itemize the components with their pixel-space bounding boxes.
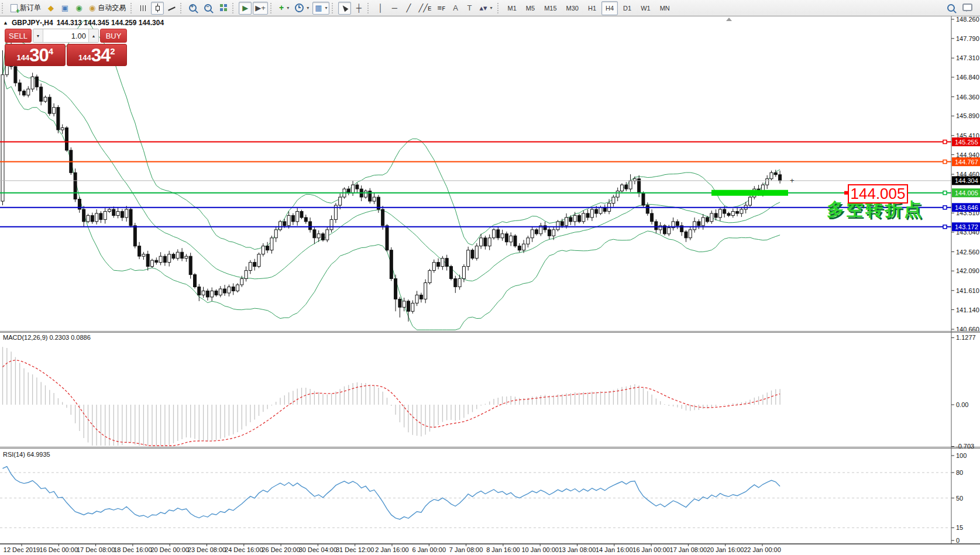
- level-lines[interactable]: +多空转折点多空转折点144.005: [0, 140, 951, 229]
- tile-windows-button[interactable]: [217, 2, 230, 15]
- trendline-button[interactable]: ╱: [402, 2, 415, 15]
- price-tick-label: 141.610: [956, 287, 979, 294]
- hline-endpoint[interactable]: [943, 140, 947, 144]
- highlight-bar[interactable]: [711, 190, 788, 196]
- volume-input[interactable]: [43, 29, 88, 42]
- zoom-out-button[interactable]: [202, 2, 216, 15]
- toolbar-drag-handle[interactable]: [2, 3, 5, 13]
- candlestick-icon: [155, 4, 160, 12]
- chevron-down-icon[interactable]: ▾: [490, 5, 493, 11]
- candlestick-type-button[interactable]: [151, 2, 164, 15]
- chevron-down-icon[interactable]: ▾: [307, 5, 309, 11]
- bar-chart-type-button[interactable]: [137, 2, 150, 15]
- auto-trading-button-label: 自动交易: [98, 3, 126, 13]
- fibonacci-icon: ≡ꜰ: [438, 4, 446, 12]
- timeframe-m1-button[interactable]: M1: [504, 1, 521, 15]
- new-order-button[interactable]: 新订单: [8, 2, 43, 15]
- price-badge-label: 143.646: [955, 204, 978, 211]
- chart-window: +多空转折点多空转折点144.005148.260147.790147.3101…: [0, 16, 980, 555]
- toolbar-drag-handle[interactable]: [180, 3, 184, 13]
- new-order-button-label: 新订单: [20, 3, 41, 13]
- timeframe-d1-button[interactable]: D1: [619, 1, 635, 15]
- horizontal-line-button[interactable]: ─: [388, 2, 401, 15]
- timeframe-m30-button[interactable]: M30: [562, 1, 583, 15]
- fibonacci-button[interactable]: ≡ꜰ: [435, 2, 448, 15]
- chevron-down-icon[interactable]: ▾: [325, 5, 327, 11]
- text-icon: A: [453, 4, 458, 12]
- price-badge-label: 144.767: [955, 158, 978, 166]
- auto-scroll-button[interactable]: ▶: [239, 2, 252, 15]
- periods-button[interactable]: ▾: [293, 2, 311, 15]
- indicators-button[interactable]: +▾: [277, 2, 291, 15]
- community-chat-button[interactable]: [960, 2, 975, 15]
- hline-endpoint[interactable]: [943, 191, 947, 195]
- toolbar-group: [136, 0, 178, 16]
- toolbar-drag-handle[interactable]: [497, 3, 501, 13]
- timeframe-m5-button[interactable]: M5: [522, 1, 539, 15]
- price-badge-label: 145.255: [955, 139, 978, 146]
- market-watch-button[interactable]: ▣: [59, 2, 71, 15]
- timeframe-h1-button[interactable]: H1: [584, 1, 600, 15]
- text-label-button[interactable]: T: [463, 2, 476, 15]
- toolbar-group: +▾▾▦▾: [276, 0, 331, 16]
- toolbar-drag-handle[interactable]: [232, 3, 236, 13]
- signals-button[interactable]: ◉: [73, 2, 85, 15]
- auto-trading-button[interactable]: ◉自动交易: [87, 2, 128, 15]
- line-chart-type-button[interactable]: [165, 2, 178, 15]
- volume-decrease-button[interactable]: ▼: [33, 29, 43, 42]
- chart-ohlc-values: 144.313 144.345 144.259 144.304: [57, 19, 164, 27]
- trade-panel-top-row: SELL ▼ ▲ BUY: [5, 29, 127, 43]
- buy-price-whole: 144: [78, 53, 91, 62]
- zoom-in-button[interactable]: [187, 2, 201, 15]
- price-tick-label: 146.360: [956, 94, 979, 101]
- charts-button[interactable]: ◆: [44, 2, 57, 15]
- timeframe-mn-button[interactable]: MN: [656, 1, 674, 15]
- search-icon: [947, 4, 955, 12]
- toolbar-drag-handle[interactable]: [332, 3, 335, 13]
- time-tick-label: 31 Dec 12:00: [336, 546, 374, 553]
- toolbar-drag-handle[interactable]: [130, 3, 134, 13]
- volume-increase-button[interactable]: ▲: [88, 29, 98, 42]
- buy-button[interactable]: BUY: [100, 29, 127, 43]
- chart-canvas: +多空转折点多空转折点144.005148.260147.790147.3101…: [0, 16, 980, 555]
- time-tick-label: 30 Dec 04:00: [299, 546, 337, 553]
- cursor-button[interactable]: [338, 2, 351, 15]
- crosshair-button[interactable]: ┼: [352, 2, 365, 15]
- toolbar-drag-handle[interactable]: [367, 3, 371, 13]
- panel-collapse-icon[interactable]: ▲: [3, 20, 8, 26]
- timeframe-group: M1M5M15M30H1H4D1W1MN: [503, 0, 675, 16]
- time-tick-label: 2 Jan 16:00: [375, 546, 409, 553]
- macd-axis-label: 1.1277: [956, 334, 976, 341]
- chart-shift-button[interactable]: ▶+: [253, 2, 268, 15]
- hline-endpoint[interactable]: [943, 225, 947, 229]
- rsi-panel: RSI(14) 64.99351008050150: [0, 451, 967, 544]
- price-tick-label: 142.090: [956, 267, 979, 274]
- trendline-icon: ╱: [407, 4, 411, 12]
- timeframe-w1-button[interactable]: W1: [637, 1, 655, 15]
- chevron-down-icon[interactable]: ▾: [287, 5, 289, 11]
- sell-button[interactable]: SELL: [5, 29, 32, 43]
- price-badge-label: 144.304: [955, 177, 978, 184]
- buy-price-box[interactable]: 144 34 2: [67, 44, 128, 66]
- hline-endpoint[interactable]: [943, 160, 947, 164]
- time-tick-label: 17 Dec 08:00: [77, 546, 115, 553]
- time-tick-label: 24 Dec 16:00: [225, 546, 263, 553]
- equidistant-channel-button[interactable]: ╱╱ᴇ: [416, 2, 434, 15]
- templates-button[interactable]: ▦▾: [312, 2, 329, 15]
- timeframe-m15-button[interactable]: M15: [540, 1, 561, 15]
- toolbar-drag-handle[interactable]: [270, 3, 274, 13]
- hline-endpoint[interactable]: [943, 206, 947, 209]
- vertical-line-button[interactable]: │: [374, 2, 387, 15]
- time-tick-label: 14 Jan 16:00: [596, 546, 633, 553]
- time-tick-label: 17 Jan 08:00: [670, 546, 707, 553]
- price-badge-label: 144.005: [955, 189, 978, 197]
- text-button[interactable]: A: [449, 2, 462, 15]
- sell-price-box[interactable]: 144 30 4: [5, 44, 66, 66]
- search-button[interactable]: [945, 2, 959, 15]
- monitor-icon: ▣: [61, 4, 68, 12]
- arrows-button[interactable]: ▴▾▾: [477, 2, 495, 15]
- channel-icon: ╱╱ᴇ: [418, 4, 431, 12]
- add-indicator-icon: +: [279, 4, 284, 12]
- timeframe-h4-button[interactable]: H4: [601, 1, 618, 15]
- chart-scroll-marker-icon: [726, 18, 732, 21]
